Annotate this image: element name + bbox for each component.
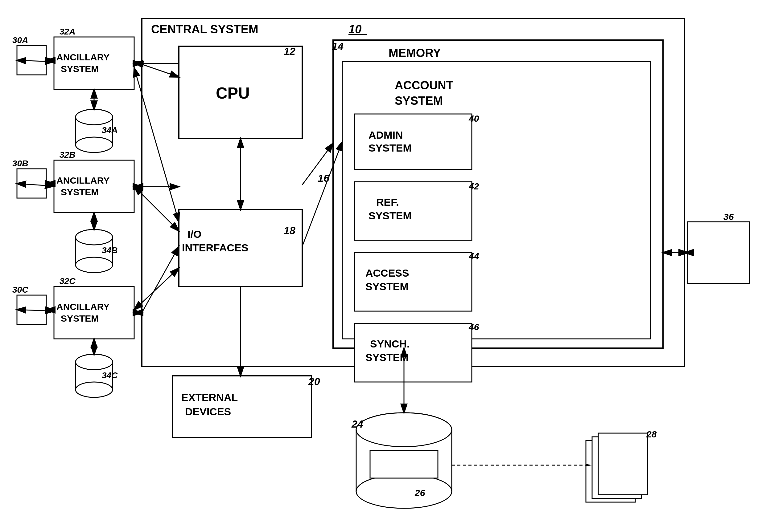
- svg-point-23: [75, 229, 112, 245]
- svg-rect-38: [598, 433, 648, 495]
- svg-point-22: [75, 257, 112, 273]
- io-label2: INTERFACES: [182, 242, 248, 254]
- anc-a-label1: ANCILLARY: [56, 52, 109, 62]
- anc-b-label1: ANCILLARY: [56, 175, 109, 185]
- svg-point-33: [356, 474, 452, 508]
- svg-rect-35: [370, 450, 438, 478]
- ref-36: 36: [723, 212, 734, 222]
- svg-point-29: [75, 354, 112, 370]
- account-system-label1: ACCOUNT: [395, 79, 453, 92]
- access-label1: ACCESS: [365, 267, 409, 279]
- ref-28: 28: [646, 429, 657, 439]
- ref-32b: 32B: [59, 150, 75, 160]
- ref-18: 18: [284, 225, 295, 236]
- ref-34c: 34C: [102, 371, 118, 380]
- ref-44: 44: [468, 251, 479, 261]
- cpu-label: CPU: [216, 84, 250, 102]
- svg-point-16: [75, 137, 112, 152]
- ref-34a: 34A: [102, 125, 117, 135]
- admin-label2: SYSTEM: [369, 142, 412, 154]
- memory-label: MEMORY: [389, 47, 441, 59]
- central-system-label: CENTRAL SYSTEM: [151, 23, 259, 36]
- ref-32a: 32A: [59, 27, 75, 36]
- ext-label2: DEVICES: [185, 406, 231, 417]
- ref-system-label1: REF.: [376, 196, 399, 208]
- svg-point-34: [356, 413, 452, 447]
- ref-42: 42: [468, 181, 479, 191]
- access-label2: SYSTEM: [365, 281, 409, 292]
- anc-c-label2: SYSTEM: [61, 313, 99, 323]
- anc-c-label1: ANCILLARY: [56, 302, 109, 312]
- svg-rect-30: [688, 222, 749, 283]
- svg-rect-6: [355, 114, 472, 169]
- architecture-svg: CENTRAL SYSTEM 10 CPU 12 MEMORY 14 ACCOU…: [0, 0, 766, 532]
- anc-a-label2: SYSTEM: [61, 64, 99, 74]
- svg-rect-24: [54, 286, 134, 339]
- svg-rect-18: [54, 160, 134, 213]
- account-system-label2: SYSTEM: [395, 94, 443, 107]
- anc-b-label2: SYSTEM: [61, 187, 99, 197]
- ref-30c: 30C: [12, 285, 28, 294]
- ref-14: 14: [332, 40, 344, 52]
- ref-32c: 32C: [59, 276, 75, 286]
- ref-12: 12: [284, 45, 295, 57]
- svg-point-28: [75, 382, 112, 397]
- ref-26: 26: [414, 488, 425, 498]
- ref-24: 24: [351, 418, 363, 430]
- svg-rect-12: [54, 37, 134, 89]
- ref-system-label2: SYSTEM: [369, 210, 412, 221]
- diagram: CENTRAL SYSTEM 10 CPU 12 MEMORY 14 ACCOU…: [0, 0, 766, 532]
- synch-label2: SYSTEM: [365, 351, 409, 363]
- synch-label1: SYNCH.: [370, 338, 409, 350]
- admin-label1: ADMIN: [369, 129, 403, 141]
- ref-10: 10: [348, 23, 361, 36]
- ref-30b: 30B: [12, 159, 28, 168]
- ext-label1: EXTERNAL: [181, 392, 238, 403]
- io-label1: I/O: [187, 228, 202, 240]
- ref-16: 16: [318, 172, 330, 184]
- ref-40: 40: [468, 113, 479, 124]
- ref-30a: 30A: [12, 35, 28, 45]
- svg-point-17: [75, 109, 112, 125]
- ref-20: 20: [308, 376, 320, 387]
- ref-46: 46: [468, 322, 479, 332]
- ref-34b: 34B: [102, 246, 117, 255]
